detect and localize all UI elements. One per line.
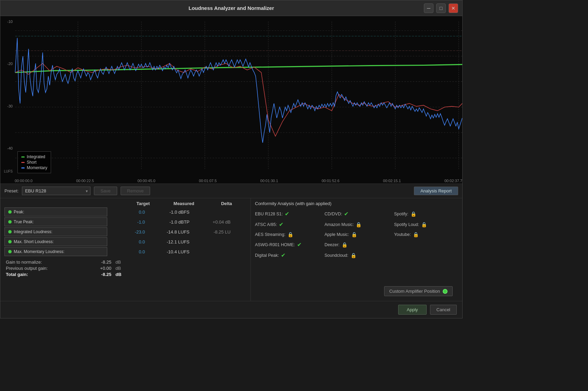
window-controls: ─ □ ✕ (424, 3, 458, 13)
ebu-status-icon: ✔ (285, 211, 289, 217)
maximize-button[interactable]: □ (436, 3, 446, 13)
left-panel: Target Measured Delta Peak: 0.0 -1.0 dBF… (0, 198, 250, 301)
conformity-title: Conformity Analysis (with gain applied) (255, 201, 458, 206)
cddvd-status-icon: ✔ (344, 211, 348, 217)
aes-label: AES Streaming: (255, 232, 285, 237)
close-button[interactable]: ✕ (449, 3, 458, 13)
remove-button[interactable]: Remove (121, 187, 150, 195)
digital-peak-status-icon: ✔ (281, 252, 285, 258)
bottom-bar: Apply Cancel (0, 301, 462, 318)
deezer-label: Deezer: (324, 242, 340, 247)
true-peak-label: True Peak: (14, 219, 34, 224)
title-bar: Loudness Analyzer and Normalizer ─ □ ✕ (0, 0, 462, 16)
preset-label: Preset: (4, 188, 19, 193)
gain-prev-value: +0.00 (84, 266, 111, 271)
true-peak-measured: -1.0 dBTP (148, 219, 193, 225)
col-label (6, 201, 115, 206)
amazon-label: Amazon Music: (324, 222, 354, 227)
preset-select[interactable]: EBU R128 (22, 187, 90, 195)
integrated-measured: -14.8 LUFS (148, 229, 193, 235)
analysis-report-button[interactable]: Analysis Report (414, 187, 458, 195)
apple-label: Apple Music: (324, 232, 349, 237)
custom-amp-label: Custom Amplifier Position (389, 289, 440, 294)
aes-status-icon: 🔒 (287, 232, 293, 237)
x-axis: 00:00:00.0 00:00:22.5 00:00:45.0 00:01:0… (15, 179, 462, 183)
amp-row: Custom Amplifier Position (255, 284, 458, 298)
chart-area: -10 -20 -30 -40 LUFS (0, 16, 462, 184)
aswg-label: ASWG-R001 HOME: (255, 242, 295, 247)
table-row: Max. Momentary Loudness: 0.0 -10.4 LUFS (4, 247, 246, 256)
spotify-loud-label: Spotify Loud: (394, 222, 419, 227)
digital-peak-label: Digital Peak: (255, 253, 279, 258)
loudness-chart (0, 16, 462, 184)
atsc-status-icon: ✔ (279, 221, 283, 228)
ebu-label: EBU R128 S1: (255, 212, 283, 216)
atsc-label: ATSC A/85: (255, 222, 277, 227)
list-item: Spotify: 🔒 (394, 210, 458, 218)
col-delta: Delta (194, 201, 239, 206)
preset-select-wrap[interactable]: EBU R128 (22, 187, 90, 195)
amp-dot-icon (443, 289, 448, 294)
peak-target: 0.0 (114, 210, 148, 215)
gain-total-unit: dB (115, 272, 121, 277)
gain-normalize-row: Gain to normalize: -8.25 dB (6, 260, 245, 265)
max-short-label: Max. Short Loudness: (14, 239, 54, 244)
list-item: Soundcloud: 🔒 (324, 251, 389, 260)
gain-normalize-value: -8.25 (84, 260, 111, 265)
table-row: True Peak: -1.0 -1.0 dBTP +0.04 dB (4, 217, 246, 226)
preset-bar: Preset: EBU R128 Save Remove Analysis Re… (0, 184, 462, 198)
peak-indicator (8, 210, 12, 214)
table-row: Max. Short Loudness: 0.0 -12.1 LUFS (4, 237, 246, 246)
cancel-button[interactable]: Cancel (430, 305, 457, 315)
integrated-indicator (8, 230, 12, 234)
peak-measured: -1.0 dBFS (148, 210, 193, 215)
gain-total-row: Total gain: -8.25 dB (6, 272, 245, 277)
legend-short: Short (27, 160, 37, 165)
integrated-target: -23.0 (114, 229, 148, 235)
gain-section: Gain to normalize: -8.25 dB Previous out… (4, 260, 246, 277)
gain-prev-label: Previous output gain: (6, 266, 81, 271)
list-item: Digital Peak: ✔ (255, 251, 319, 260)
main-content: Target Measured Delta Peak: 0.0 -1.0 dBF… (0, 198, 462, 301)
apply-button[interactable]: Apply (398, 305, 427, 315)
list-item: Spotify Loud: 🔒 (394, 220, 458, 229)
legend-integrated: Integrated (27, 154, 45, 159)
peak-button[interactable]: Peak: (4, 207, 107, 216)
conformity-grid: EBU R128 S1: ✔ CD/DVD: ✔ Spotify: 🔒 ATSC… (255, 210, 458, 260)
max-momentary-measured: -10.4 LUFS (148, 249, 193, 254)
max-momentary-button[interactable]: Max. Momentary Loudness: (4, 247, 107, 256)
aswg-status-icon: ✔ (297, 241, 302, 248)
save-button[interactable]: Save (94, 187, 117, 195)
integrated-delta: -8.25 LU (193, 229, 237, 235)
max-short-button[interactable]: Max. Short Loudness: (4, 237, 107, 246)
integrated-button[interactable]: Integrated Loudness: (4, 227, 107, 236)
table-header: Target Measured Delta (4, 201, 246, 206)
list-item (394, 240, 458, 249)
max-short-indicator (8, 240, 12, 243)
window-title: Loudness Analyzer and Normalizer (39, 5, 424, 11)
col-measured: Measured (150, 201, 194, 206)
max-short-target: 0.0 (114, 239, 148, 244)
main-window: Loudness Analyzer and Normalizer ─ □ ✕ -… (0, 0, 463, 318)
max-momentary-target: 0.0 (114, 249, 148, 254)
soundcloud-status-icon: 🔒 (351, 253, 356, 258)
minimize-button[interactable]: ─ (424, 3, 433, 13)
soundcloud-label: Soundcloud: (324, 253, 348, 258)
list-item: Apple Music: 🔒 (324, 231, 389, 238)
list-item: Youtube: 🔒 (394, 231, 458, 238)
list-item: Amazon Music: 🔒 (324, 220, 389, 229)
chart-legend: Integrated Short Momentary (17, 151, 51, 173)
true-peak-button[interactable]: True Peak: (4, 217, 107, 226)
list-item: ASWG-R001 HOME: ✔ (255, 240, 319, 249)
youtube-status-icon: 🔒 (413, 232, 419, 237)
gain-total-label: Total gain: (6, 272, 81, 277)
custom-amp-button[interactable]: Custom Amplifier Position (384, 286, 453, 296)
table-row: Integrated Loudness: -23.0 -14.8 LUFS -8… (4, 227, 246, 236)
list-item: ATSC A/85: ✔ (255, 220, 319, 229)
legend-momentary: Momentary (27, 165, 47, 170)
cddvd-label: CD/DVD: (324, 212, 342, 216)
table-row: Peak: 0.0 -1.0 dBFS (4, 207, 246, 216)
gain-prev-row: Previous output gain: +0.00 dB (6, 266, 245, 271)
right-panel: Conformity Analysis (with gain applied) … (250, 198, 462, 301)
spotify-status-icon: 🔒 (411, 211, 416, 217)
